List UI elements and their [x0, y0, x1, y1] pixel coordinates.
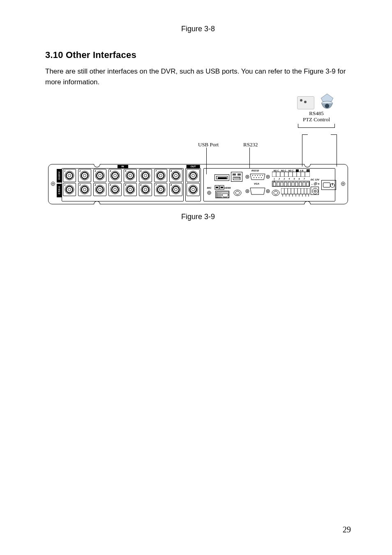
bnc-connector: 4: [108, 169, 122, 182]
body-paragraph: There are still other interfaces on the …: [45, 66, 351, 88]
rs485-label: RS485: [303, 110, 330, 117]
svg-text:NO C: NO C: [274, 169, 279, 172]
dc-power-jack-icon: [311, 187, 319, 195]
esata-port-icon: [214, 184, 224, 189]
svg-point-21: [157, 172, 164, 179]
svg-point-75: [262, 175, 263, 176]
svg-point-82: [266, 190, 270, 193]
oval-button-icon: [272, 189, 280, 197]
svg-point-43: [144, 188, 147, 191]
svg-point-79: [261, 177, 262, 178]
bnc-connector: 7: [154, 183, 167, 196]
svg-point-70: [267, 176, 269, 177]
svg-text:A    B: A B: [300, 169, 304, 172]
leader-line: [331, 134, 337, 135]
section-heading: 3.10 Other Interfaces: [45, 50, 351, 60]
svg-point-36: [112, 186, 118, 193]
video-out-connector: [187, 183, 200, 196]
svg-point-33: [97, 186, 103, 193]
keyboard-icon: [297, 96, 314, 109]
svg-point-6: [81, 172, 88, 179]
svg-point-83: [267, 190, 269, 192]
svg-point-56: [208, 191, 211, 194]
svg-point-77: [256, 177, 257, 178]
bnc-connector: 8: [169, 169, 182, 182]
bnc-connector: 1: [63, 169, 76, 182]
svg-point-3: [66, 172, 73, 179]
svg-rect-61: [221, 187, 223, 188]
svg-point-9: [97, 172, 103, 179]
svg-point-84: [234, 190, 241, 196]
panel-notch: [304, 201, 311, 204]
vga-label: VGA: [254, 183, 259, 185]
svg-rect-109: [292, 182, 294, 186]
svg-rect-110: [295, 182, 298, 186]
io-section: MIC HDMI: [203, 168, 335, 201]
leader-line: [337, 134, 337, 166]
section-title: Other Interfaces: [66, 50, 136, 60]
bnc-connector: 3: [93, 169, 106, 182]
svg-point-134: [315, 191, 316, 192]
svg-text:NO C: NO C: [288, 169, 294, 172]
bnc-connector: 2: [78, 183, 91, 196]
svg-point-22: [159, 174, 162, 177]
section-number: 3.10: [45, 50, 63, 60]
svg-point-49: [175, 188, 178, 191]
dc12v-label: DC 12V: [311, 178, 319, 181]
mic-jack-icon: [207, 191, 211, 195]
video-row-label: VIDEO: [57, 184, 62, 197]
bnc-in-block: IN AUDIO VIDEO 12345678 12345678: [62, 168, 184, 201]
rear-panel-diagram: RS485 PTZ Control USB Port RS232 IN AUDI…: [48, 92, 348, 204]
svg-rect-93: [296, 169, 299, 172]
bnc-connector: 5: [124, 183, 137, 196]
network-port-icon: [231, 172, 242, 182]
bnc-connector: 6: [139, 169, 152, 182]
svg-rect-107: [284, 182, 287, 186]
svg-point-72: [255, 175, 256, 176]
audio-out-connector: [187, 169, 200, 182]
power-switch-icon: [321, 180, 336, 190]
dome-camera-icon: [318, 92, 336, 109]
svg-point-34: [99, 188, 101, 191]
panel-notch: [94, 164, 100, 167]
screw-icon: [341, 182, 345, 186]
leader-line: [302, 134, 302, 166]
svg-rect-105: [277, 182, 279, 186]
svg-rect-60: [216, 187, 218, 188]
svg-point-67: [246, 175, 249, 178]
audio-in-row: 12345678: [63, 169, 182, 182]
svg-point-31: [83, 188, 86, 191]
svg-point-25: [175, 174, 178, 177]
svg-point-7: [83, 174, 86, 177]
svg-point-68: [247, 176, 248, 177]
rs232-port-icon: [245, 173, 270, 181]
svg-point-51: [190, 172, 196, 179]
svg-point-48: [173, 186, 179, 193]
oval-button-icon: [233, 189, 242, 197]
svg-point-39: [127, 186, 134, 193]
svg-point-71: [252, 175, 253, 176]
panel-notch: [94, 201, 100, 204]
usb-port-label: USB Port: [198, 141, 219, 148]
svg-point-19: [144, 174, 147, 177]
svg-point-28: [68, 188, 71, 191]
leader-line: [302, 134, 308, 135]
svg-point-74: [260, 175, 261, 176]
rs232-panel-label: RS232: [251, 169, 259, 172]
svg-point-46: [159, 188, 162, 191]
bnc-connector: 2: [78, 169, 91, 182]
svg-rect-111: [299, 182, 302, 186]
bnc-connector: 4: [108, 183, 122, 196]
panel-notch: [304, 164, 311, 167]
svg-point-81: [247, 190, 248, 192]
vga-port-icon: [245, 187, 270, 196]
bnc-connector: 6: [139, 183, 152, 196]
page-number: 29: [343, 525, 351, 534]
svg-rect-114: [281, 188, 310, 194]
ptz-bracket-icon: [298, 124, 335, 128]
svg-point-57: [208, 192, 210, 194]
usb-port-icon: [214, 174, 229, 181]
screw-icon: [51, 182, 55, 186]
svg-point-18: [142, 172, 149, 179]
svg-rect-88: [272, 172, 310, 177]
